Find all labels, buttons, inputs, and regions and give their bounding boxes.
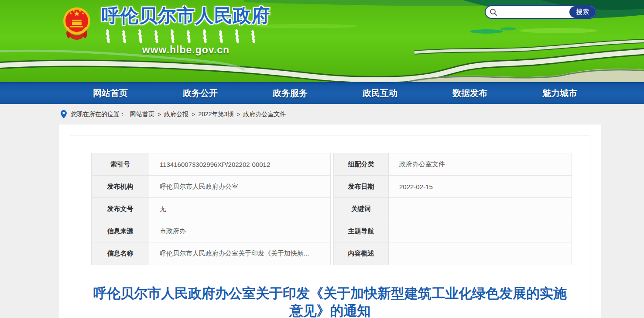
meta-label-publish-date: 发布日期 bbox=[334, 176, 389, 197]
breadcrumb-separator: > bbox=[192, 111, 195, 118]
meta-label-issuing-org: 发布机构 bbox=[92, 176, 149, 197]
meta-value-info-source: 市政府办 bbox=[149, 220, 330, 242]
meta-value-topic-nav bbox=[389, 220, 572, 242]
page-content: 索引号 1134160073302996XP/202202-00012 发布机构… bbox=[0, 124, 644, 318]
main-nav: 网站首页 政务公开 政务服务 政民互动 数据发布 魅力城市 bbox=[0, 82, 644, 104]
article-inner-frame: 索引号 1134160073302996XP/202202-00012 发布机构… bbox=[70, 135, 590, 318]
meta-label-info-name: 信息名称 bbox=[92, 242, 149, 265]
nav-item-gov-info[interactable]: 政务公开 bbox=[183, 87, 218, 99]
breadcrumb-item-issue[interactable]: 2022年第3期 bbox=[198, 111, 233, 118]
search-box: 搜索 bbox=[485, 5, 596, 19]
table-row: 信息来源 市政府办 bbox=[92, 220, 330, 242]
nav-item-interaction[interactable]: 政民互动 bbox=[363, 87, 397, 99]
table-row: 发布文号 无 bbox=[92, 198, 330, 220]
breadcrumb-prefix: 您现在所在的位置： bbox=[71, 111, 126, 118]
table-row: 关键词 bbox=[334, 198, 572, 220]
svg-text:★: ★ bbox=[72, 9, 75, 13]
site-header: ★ ★ ★ ★ ★ 呼伦贝尔市人民政府 www.hlbe.gov.cn 搜索 bbox=[0, 0, 644, 82]
breadcrumb-separator: > bbox=[236, 111, 240, 118]
breadcrumb-item-docs[interactable]: 政府办公室文件 bbox=[243, 111, 286, 118]
meta-value-category: 政府办公室文件 bbox=[389, 153, 572, 175]
meta-label-index-no: 索引号 bbox=[92, 153, 149, 175]
breadcrumb: 您现在所在的位置： 网站首页 > 政府公报 > 2022年第3期 > 政府办公室… bbox=[0, 104, 644, 124]
table-row: 索引号 1134160073302996XP/202202-00012 bbox=[92, 153, 330, 176]
breadcrumb-item-home[interactable]: 网站首页 bbox=[130, 111, 154, 118]
breadcrumb-separator: > bbox=[158, 111, 161, 118]
meta-value-index-no: 1134160073302996XP/202202-00012 bbox=[149, 153, 330, 175]
meta-value-summary bbox=[389, 242, 572, 265]
site-logo[interactable]: 呼伦贝尔市人民政府 www.hlbe.gov.cn bbox=[97, 3, 275, 56]
meta-label-keywords: 关键词 bbox=[334, 198, 389, 220]
table-row: 内容概述 bbox=[334, 242, 572, 265]
meta-label-summary: 内容概述 bbox=[334, 242, 389, 265]
table-row: 发布日期 2022-02-15 bbox=[334, 176, 572, 198]
meta-label-info-source: 信息来源 bbox=[92, 220, 149, 242]
metadata-table: 索引号 1134160073302996XP/202202-00012 发布机构… bbox=[91, 153, 590, 265]
metadata-table-right: 组配分类 政府办公室文件 发布日期 2022-02-15 关键词 主题导航 bbox=[333, 153, 572, 265]
meta-value-info-name: 呼伦贝尔市人民政府办公室关于印发《关于加快新... bbox=[149, 242, 330, 265]
nav-item-data[interactable]: 数据发布 bbox=[452, 87, 487, 99]
meta-value-keywords bbox=[389, 198, 572, 220]
site-title: 呼伦贝尔市人民政府 bbox=[97, 3, 275, 28]
national-emblem-icon: ★ ★ ★ ★ ★ bbox=[62, 5, 92, 43]
meta-value-doc-number: 无 bbox=[149, 198, 330, 220]
search-input[interactable] bbox=[500, 6, 566, 18]
nav-item-home[interactable]: 网站首页 bbox=[93, 87, 128, 99]
svg-text:★: ★ bbox=[81, 11, 84, 15]
article-card: 索引号 1134160073302996XP/202202-00012 发布机构… bbox=[59, 124, 601, 318]
metadata-table-left: 索引号 1134160073302996XP/202202-00012 发布机构… bbox=[91, 153, 331, 265]
meta-value-issuing-org: 呼伦贝尔市人民政府办公室 bbox=[149, 176, 330, 197]
table-row: 组配分类 政府办公室文件 bbox=[334, 153, 572, 176]
mongolian-script bbox=[105, 29, 267, 43]
meta-label-topic-nav: 主题导航 bbox=[334, 220, 389, 242]
meta-label-doc-number: 发布文号 bbox=[92, 198, 149, 220]
meta-label-category: 组配分类 bbox=[334, 153, 389, 175]
nav-item-gov-service[interactable]: 政务服务 bbox=[273, 87, 308, 99]
search-button[interactable]: 搜索 bbox=[569, 6, 596, 18]
table-row: 发布机构 呼伦贝尔市人民政府办公室 bbox=[92, 176, 330, 198]
location-pin-icon bbox=[61, 110, 67, 118]
nav-item-city[interactable]: 魅力城市 bbox=[542, 87, 577, 99]
document-title: 呼伦贝尔市人民政府办公室关于印发《关于加快新型建筑工业化绿色发展的实施意见》的通… bbox=[90, 285, 570, 318]
table-row: 信息名称 呼伦贝尔市人民政府办公室关于印发《关于加快新... bbox=[92, 242, 330, 265]
table-row: 主题导航 bbox=[334, 220, 572, 242]
meta-value-publish-date: 2022-02-15 bbox=[389, 176, 572, 197]
search-icon bbox=[490, 8, 497, 16]
site-url: www.hlbe.gov.cn bbox=[97, 44, 275, 56]
breadcrumb-item-gazette[interactable]: 政府公报 bbox=[164, 111, 188, 118]
